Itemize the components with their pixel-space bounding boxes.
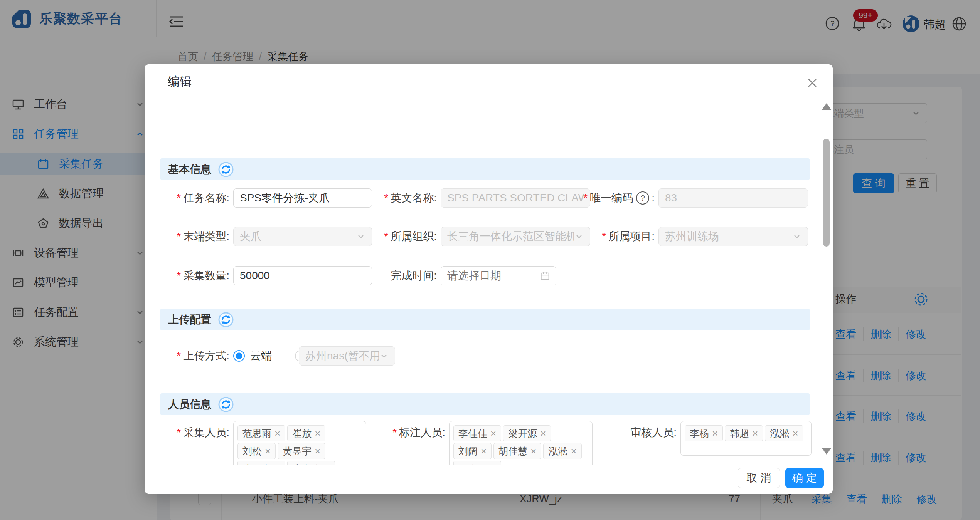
reviewers-label: 审核人员:: [607, 423, 677, 442]
required-mark: *: [177, 350, 181, 362]
app-root: 乐聚数采平台 ? 99+: [0, 0, 980, 520]
section-title: 上传配置: [168, 312, 211, 327]
finish-time-input[interactable]: [447, 270, 540, 282]
collect-count-input-wrap: [233, 266, 372, 285]
tag-remove-icon[interactable]: ×: [712, 428, 718, 439]
section-title: 人员信息: [168, 397, 211, 412]
person-tag: 韩超×: [725, 425, 763, 441]
tag-remove-icon[interactable]: ×: [265, 445, 271, 457]
annotators-tagbox[interactable]: 李佳佳× 梁开源× 刘阔× 胡佳慧× 泓淞× 石金谕× 194867267695…: [449, 421, 593, 465]
upload-method-radio-group: 云端: [233, 346, 306, 366]
person-tag: 范思雨×: [237, 425, 285, 441]
tag-text: 崔放: [292, 427, 312, 440]
tag-text: 李杨: [690, 427, 709, 440]
cloud-radio-selected[interactable]: [233, 350, 245, 362]
modal-scrollbar-thumb[interactable]: [823, 139, 830, 247]
nas-select-disabled: 苏州nas(暂不用): [299, 346, 395, 366]
cancel-button[interactable]: 取 消: [738, 468, 780, 488]
required-mark: *: [177, 230, 181, 243]
nas-select-value: 苏州nas(暂不用): [305, 349, 379, 363]
english-name-label: * 英文名称:: [367, 188, 437, 208]
required-mark: *: [384, 192, 388, 204]
tag-remove-icon[interactable]: ×: [752, 428, 758, 439]
tag-text: 刘松: [242, 445, 262, 458]
task-name-label: * 任务名称:: [160, 188, 229, 208]
tag-text: 韩超: [730, 427, 749, 440]
organization-label: * 所属组织:: [367, 227, 437, 246]
section-title: 基本信息: [168, 162, 211, 177]
end-type-value: 夹爪: [240, 229, 356, 244]
modal-scrollbar-up-arrow[interactable]: [822, 103, 832, 110]
person-tag: 李杨×: [685, 425, 723, 441]
chevron-down-icon: [356, 232, 365, 241]
label-text: 标注人员:: [399, 425, 445, 440]
person-tag: 李佳佳×: [453, 425, 501, 441]
label-text: 末端类型:: [183, 229, 229, 244]
tag-text: 刘阔: [458, 445, 478, 458]
collectors-tagbox[interactable]: 范思雨× 崔放× 刘松× 黄昱宇× 张羽鑫× 袁意洛×: [233, 421, 366, 465]
tag-text: 泓淞: [548, 445, 567, 458]
person-tag: 刘松×: [237, 443, 276, 459]
tag-remove-icon[interactable]: ×: [540, 428, 546, 439]
tag-text: 范思雨: [242, 427, 271, 440]
modal-scrollbar-down-arrow[interactable]: [822, 448, 832, 455]
person-tag: 刘阔×: [453, 443, 492, 459]
modal-close-icon[interactable]: [805, 75, 820, 91]
sync-refresh-icon[interactable]: [217, 311, 234, 328]
chevron-down-icon: [574, 232, 584, 241]
tag-text: 胡佳慧: [498, 445, 527, 458]
english-name-value: SPS PARTS SORTED CLAWED: [447, 192, 584, 204]
modal-title: 编辑: [168, 74, 192, 90]
tag-remove-icon[interactable]: ×: [792, 428, 798, 439]
tag-text: 梁开源: [508, 427, 537, 440]
collect-count-input[interactable]: [240, 270, 365, 282]
tag-remove-icon[interactable]: ×: [481, 445, 487, 457]
edit-modal: 编辑 基本信息 * 任务名称: * 英文名称:: [145, 64, 833, 494]
help-circle-icon[interactable]: ?: [636, 191, 649, 205]
unique-code-label: * 唯一编码 ? :: [571, 188, 655, 208]
tag-remove-icon[interactable]: ×: [490, 428, 496, 439]
task-name-input-wrap: [233, 188, 372, 208]
section-basic-info: 基本信息: [160, 158, 810, 180]
unique-code-value: 83: [665, 192, 802, 204]
tag-remove-icon[interactable]: ×: [530, 445, 536, 457]
tag-remove-icon[interactable]: ×: [274, 428, 280, 439]
person-tag: 梁开源×: [503, 425, 551, 441]
required-mark: *: [392, 426, 397, 439]
chevron-down-icon: [379, 351, 389, 361]
tag-remove-icon[interactable]: ×: [315, 445, 320, 457]
end-type-label: * 末端类型:: [160, 227, 229, 246]
required-mark: *: [583, 192, 588, 204]
finish-time-datepicker[interactable]: [441, 266, 556, 285]
section-upload-config: 上传配置: [160, 309, 810, 330]
label-text: 任务名称:: [183, 191, 229, 205]
sync-refresh-icon[interactable]: [217, 396, 234, 413]
project-value: 苏州训练场: [665, 229, 792, 244]
task-name-input[interactable]: [240, 192, 365, 204]
label-text: 上传方式:: [183, 349, 229, 363]
label-text: 所属组织:: [391, 229, 437, 244]
sync-refresh-icon[interactable]: [217, 161, 234, 178]
tag-remove-icon[interactable]: ×: [571, 445, 576, 457]
english-name-input-disabled: SPS PARTS SORTED CLAWED: [441, 188, 590, 208]
organization-select-disabled: 长三角一体化示范区智能机...: [441, 227, 590, 246]
confirm-button[interactable]: 确 定: [785, 468, 824, 488]
section-people-info: 人员信息: [160, 393, 810, 415]
cloud-radio-label[interactable]: 云端: [250, 349, 272, 363]
person-tag: 张羽鑫×: [237, 461, 285, 465]
person-tag: 泓淞×: [543, 443, 581, 459]
label-text: 英文名称:: [391, 191, 437, 205]
person-tag: 泓淞×: [765, 425, 803, 441]
label-text: 采集数量:: [183, 268, 229, 283]
tag-text: 李佳佳: [458, 427, 487, 440]
required-mark: *: [602, 230, 606, 243]
label-text: 审核人员:: [630, 425, 677, 440]
project-select-disabled: 苏州训练场: [658, 227, 808, 246]
reviewers-tagbox[interactable]: 李杨× 韩超× 泓淞×: [680, 421, 812, 456]
required-mark: *: [177, 192, 181, 204]
person-tag: 石金谕×: [453, 461, 501, 465]
tag-remove-icon[interactable]: ×: [315, 428, 320, 439]
label-text: 完成时间:: [391, 268, 437, 283]
calendar-icon: [540, 270, 550, 281]
person-tag: 崔放×: [287, 425, 325, 441]
